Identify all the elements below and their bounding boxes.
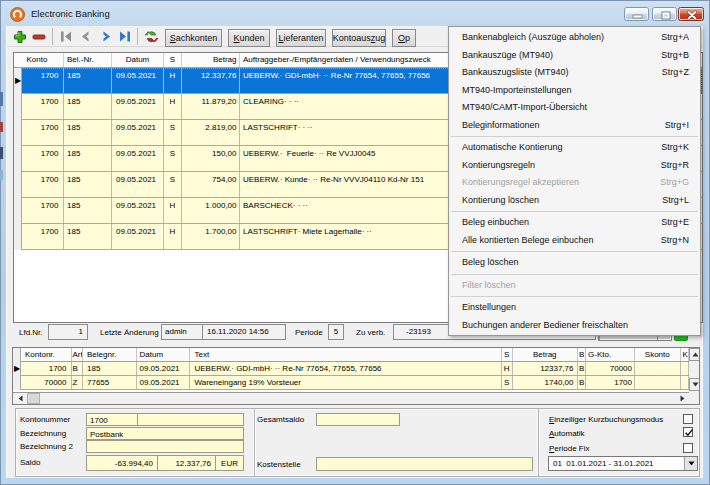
lieferanten-button[interactable]: Lieferanten [276,29,326,47]
column-header-bel-nr-[interactable]: Bel.-Nr. [64,53,112,67]
column-header-konto[interactable]: Konto [22,53,64,67]
grid-column-header-s[interactable]: S [502,348,514,361]
column-header-betrag[interactable]: Betrag [182,53,240,67]
delete-record-button[interactable] [32,26,46,47]
column-header-datum[interactable]: Datum [112,53,164,67]
cell: 185 [64,146,112,171]
cell: S [164,146,182,171]
kurzbuchungsmodus-checkbox[interactable] [683,414,693,424]
cell: 185 [64,224,112,249]
cell: H [164,68,182,93]
cell: 185 [83,362,137,375]
grid-scroll-right-button[interactable] [676,393,688,404]
close-button[interactable] [678,7,704,21]
kontonummer-field[interactable]: 1700 [86,413,138,426]
cell: B [578,362,587,375]
menu-item-alle-kontierten-belege-einbuchen[interactable]: Alle kontierten Belege einbuchenStrg+N [449,232,700,250]
lfdnr-label: Lfd.Nr. [19,328,43,337]
booking-row-1[interactable]: 1700B18509.05.2021UEBERW.· GDI-mbH· ·· R… [13,362,689,376]
menu-item-mt940-importeinstellungen[interactable]: MT940-Importeinstellungen [449,82,700,100]
cell: 09.05.2021 [112,224,164,249]
app-logo-icon [10,7,25,22]
menu-item-shortcut: Strg+E [661,214,689,232]
gesamtsaldo-field[interactable] [316,413,400,426]
periode-fix-checkbox[interactable] [683,443,693,453]
grid-column-header-datum[interactable]: Datum [137,348,190,361]
menu-item-shortcut: Strg+N [661,232,689,250]
menu-item-kontierung-löschen[interactable]: Kontierung löschenStrg+L [449,192,700,210]
current-row-marker: ▶ [14,365,20,373]
cell: Z [72,376,84,389]
menu-item-beleg-einbuchen[interactable]: Beleg einbuchenStrg+E [449,214,700,232]
grid-column-header-belegnr-[interactable]: Belegnr. [83,348,137,361]
bezeichnung-field[interactable]: Postbank [86,427,244,440]
last-record-button[interactable] [118,26,132,47]
menu-item-beleginformationen[interactable]: BeleginformationenStrg+I [449,117,700,135]
grid-column-header-betrag[interactable]: Betrag [513,348,578,361]
menu-item-beleg-löschen[interactable]: Beleg löschen [449,254,700,272]
timestamp-field[interactable]: 16.11.2020 14:56 [202,324,286,340]
cell: 754,00 [182,172,240,197]
maximize-button[interactable] [652,7,677,21]
grid-scroll-up-button[interactable] [689,348,700,361]
lfdnr-field[interactable]: 1 [48,324,88,340]
menu-item-buchungen-anderer-bediener-freischalten[interactable]: Buchungen anderer Bediener freischalten [449,317,700,335]
cell: 1700 [21,362,72,375]
grid-column-header-b[interactable]: B [578,348,587,361]
grid-hscrollbar-track[interactable] [13,392,689,404]
cell: 09.05.2021 [112,146,164,171]
cell: 1.700,00 [182,224,240,249]
menu-item-kontierungsregeln[interactable]: KontierungsregelnStrg+R [449,157,700,175]
cell: 77655 [83,376,137,389]
grid-column-header-skonto[interactable]: Skonto [635,348,681,361]
menu-item-mt940-camt-import-übersicht[interactable]: MT940/CAMT-Import-Übersicht [449,99,700,117]
menu-item-automatische-kontierung[interactable]: Automatische KontierungStrg+K [449,139,700,157]
period-combobox[interactable]: 01 01.01.2021 - 31.01.2021 [548,456,698,471]
column-header-s[interactable]: S [164,53,182,67]
menu-item-bankauszüge-mt940[interactable]: Bankauszüge (MT940)Strg+B [449,47,700,65]
kostenstelle-field[interactable] [316,457,533,471]
menu-item-bankenabgleich-auszüge-abholen[interactable]: Bankenabgleich (Auszüge abholen)Strg+A [449,29,700,47]
grid-hscrollbar-thumb[interactable] [27,393,40,404]
kontoauszug-button[interactable]: Kontoauszug [332,29,386,47]
scroll-right-icon [680,395,685,402]
next-record-button[interactable] [101,26,113,47]
grid-scroll-left-button[interactable] [14,393,26,404]
combobox-dropdown-button[interactable] [684,457,697,470]
plus-icon [13,30,27,44]
title-bar[interactable]: Electronic Banking [2,2,708,26]
kunden-button[interactable]: Kunden [228,29,270,47]
menu-item-einstellungen[interactable]: Einstellungen [449,299,700,317]
menu-item-label: MT940/CAMT-Import-Übersicht [462,99,587,117]
letzte-aenderung-label: Letzte Änderung [100,328,159,337]
cell: 09.05.2021 [112,68,164,93]
grid-column-header-k[interactable]: K [681,348,690,361]
automatik-checkbox[interactable] [683,427,693,437]
kostenstelle-label: Kostenstelle [257,460,301,469]
next-record-icon [101,30,113,43]
previous-record-button[interactable] [79,26,91,47]
first-record-button[interactable] [59,26,73,47]
periode-field[interactable]: 5 [328,324,344,340]
grid-column-header-kontonr-[interactable]: Kontonr. [21,348,72,361]
cell: S [164,172,182,197]
grid-column-header-art[interactable]: Art [72,348,84,361]
bezeichnung2-field[interactable] [86,440,244,453]
user-field[interactable]: admin [161,324,203,340]
booking-row-2[interactable]: 70000Z7765509.05.2021Wareneingang 19% Vo… [13,376,689,390]
menu-item-label: Beleg einbuchen [462,214,529,232]
op-button[interactable]: Op [392,29,416,47]
grid-column-header-text[interactable]: Text [190,348,502,361]
sachkonten-button[interactable]: Sachkonten [165,29,222,47]
grid-scroll-down-button[interactable] [689,378,700,391]
screen-edge-artifact [0,92,3,106]
minimize-button[interactable] [624,7,649,21]
bezeichnung-label: Bezeichnung [20,429,66,438]
grid-column-header-g-kto-[interactable]: G-Kto. [586,348,635,361]
refresh-button[interactable] [144,26,159,47]
menu-item-bankauszugsliste-mt940[interactable]: Bankauszugsliste (MT940)Strg+Z [449,64,700,82]
add-record-button[interactable] [12,26,27,47]
kontonummer-field-2[interactable] [137,413,244,426]
bezeichnung2-label: Bezeichnung 2 [20,442,73,451]
menu-item-label: Alle kontierten Belege einbuchen [462,232,594,250]
